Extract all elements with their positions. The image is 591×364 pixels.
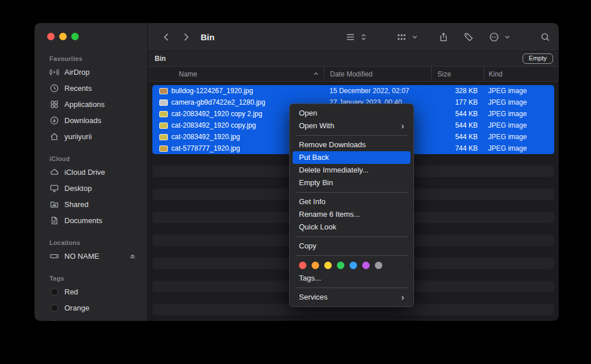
menu-item-open[interactable]: Open — [290, 107, 413, 120]
tags-icon[interactable] — [463, 31, 474, 43]
tag-color-grey-icon[interactable] — [375, 262, 382, 269]
file-kind: JPEG image — [483, 87, 554, 95]
view-sort-chevrons-icon[interactable] — [358, 31, 369, 43]
menu-item-open-with[interactable]: Open With › — [290, 120, 413, 132]
tag-color-orange-icon[interactable] — [312, 262, 319, 269]
menu-item-label: Open With — [299, 120, 334, 132]
file-size: 544 KB — [431, 110, 483, 118]
sidebar-item-shared[interactable]: Shared — [39, 196, 143, 212]
toolbar-actions — [344, 31, 551, 43]
sidebar-item-applications[interactable]: Applications — [39, 96, 143, 112]
sidebar-item-label: Red — [64, 288, 78, 296]
eject-icon[interactable] — [128, 252, 137, 260]
sidebar-item-label: Yellow — [64, 320, 86, 321]
sidebar-item-label: Orange — [64, 304, 89, 312]
menu-item-put-back[interactable]: Put Back — [293, 151, 410, 164]
airdrop-icon — [49, 67, 59, 77]
sidebar-section-locations: Locations — [34, 239, 147, 247]
sidebar-item-airdrop[interactable]: AirDrop — [39, 64, 143, 80]
sidebar-item-label: Downloads — [64, 116, 101, 125]
menu-item-remove-downloads[interactable]: Remove Downloads — [290, 139, 413, 151]
jpeg-thumbnail-icon — [159, 122, 168, 129]
sidebar-item-icloud-drive[interactable]: iCloud Drive — [39, 164, 143, 180]
menu-item-label: Services — [299, 291, 328, 304]
menu-item-empty-bin[interactable]: Empty Bin — [290, 177, 413, 189]
jpeg-thumbnail-icon — [159, 99, 168, 106]
menu-item-services[interactable]: Services › — [290, 291, 413, 304]
column-header-date-modified[interactable]: Date Modified — [324, 67, 431, 81]
column-header-name[interactable]: Name — [152, 67, 324, 81]
file-name: camera-gb9d7422e2_1280.jpg — [171, 98, 265, 106]
jpeg-thumbnail-icon — [159, 111, 168, 117]
cloud-icon — [49, 167, 59, 177]
file-kind: JPEG image — [483, 110, 554, 118]
menu-item-get-info[interactable]: Get Info — [290, 196, 413, 208]
sidebar-item-label: iCloud Drive — [64, 168, 105, 177]
sidebar-item-recents[interactable]: Recents — [39, 80, 143, 96]
group-chevron-down-icon[interactable] — [409, 31, 420, 43]
tag-color-red-icon[interactable] — [299, 262, 306, 269]
sidebar-item-label: Documents — [64, 216, 102, 225]
more-chevron-down-icon[interactable] — [501, 31, 513, 43]
column-header-size[interactable]: Size — [431, 67, 483, 81]
sidebar-item-home[interactable]: yuriiyurii — [39, 128, 143, 144]
menu-item-quick-look[interactable]: Quick Look — [290, 221, 413, 233]
file-name: cat-5778777_1920.jpg — [171, 144, 240, 152]
sidebar-item-desktop[interactable]: Desktop — [39, 180, 143, 196]
downloads-icon — [49, 116, 59, 125]
table-row[interactable]: bulldog-1224267_1920.jpg 15 December 202… — [152, 85, 554, 97]
column-header-name-label: Name — [179, 70, 197, 78]
sidebar-item-label: yuriiyurii — [64, 132, 92, 141]
sidebar-item-tag-yellow[interactable]: Yellow — [39, 316, 143, 321]
sidebar-item-label: AirDrop — [64, 68, 90, 76]
menu-item-delete-immediately[interactable]: Delete Immediately... — [290, 164, 413, 177]
file-size: 328 KB — [431, 87, 483, 95]
sidebar-item-tag-orange[interactable]: Orange — [39, 300, 143, 316]
share-icon[interactable] — [438, 31, 449, 43]
sidebar: Favourites AirDrop Recents Applications … — [34, 23, 148, 321]
file-name-cell: bulldog-1224267_1920.jpg — [152, 87, 324, 95]
back-icon[interactable] — [160, 31, 172, 43]
file-kind: JPEG image — [483, 133, 554, 141]
file-size: 744 KB — [431, 144, 483, 152]
file-size: 177 KB — [431, 98, 483, 106]
menu-separator — [296, 192, 408, 193]
tag-color-yellow-icon[interactable] — [324, 262, 332, 269]
tag-color-purple-icon[interactable] — [362, 262, 370, 269]
sidebar-item-label: Recents — [64, 84, 92, 93]
context-menu: Open Open With › Remove Downloads Put Ba… — [289, 104, 414, 307]
empty-row-stripe — [152, 315, 554, 321]
jpeg-thumbnail-icon — [159, 134, 168, 140]
sidebar-item-no-name-drive[interactable]: NO NAME — [39, 248, 143, 264]
menu-separator — [296, 236, 408, 237]
sidebar-item-tag-red[interactable]: Red — [39, 283, 143, 300]
minimize-button[interactable] — [59, 33, 67, 40]
menu-item-rename[interactable]: Rename 6 Items... — [290, 208, 413, 221]
tag-color-green-icon[interactable] — [337, 262, 344, 269]
file-name: cat-2083492_1920.jpg — [171, 133, 240, 141]
forward-icon[interactable] — [180, 31, 191, 43]
list-view-icon[interactable] — [344, 31, 356, 43]
file-kind: JPEG image — [483, 98, 554, 106]
jpeg-thumbnail-icon — [159, 88, 168, 94]
empty-button[interactable]: Empty — [523, 53, 553, 64]
sidebar-item-downloads[interactable]: Downloads — [39, 112, 143, 128]
submenu-arrow-icon: › — [401, 292, 404, 303]
close-button[interactable] — [47, 33, 55, 40]
file-name: cat-2083492_1920 copy 2.jpg — [171, 110, 262, 118]
sidebar-item-label: Shared — [64, 200, 89, 209]
column-headers: Name Date Modified Size Kind — [148, 67, 559, 82]
tag-color-blue-icon[interactable] — [350, 262, 357, 269]
more-options-icon[interactable] — [488, 31, 500, 43]
desktop-icon — [49, 183, 59, 193]
menu-item-tags[interactable]: Tags... — [290, 272, 413, 285]
zoom-button[interactable] — [71, 33, 79, 40]
search-icon[interactable] — [539, 31, 551, 43]
sidebar-item-documents[interactable]: Documents — [39, 212, 143, 228]
document-icon — [49, 216, 59, 225]
group-view-icon[interactable] — [396, 31, 407, 43]
menu-item-copy[interactable]: Copy — [290, 240, 413, 252]
column-header-kind[interactable]: Kind — [483, 67, 554, 81]
sidebar-item-label: NO NAME — [64, 252, 99, 260]
menu-separator — [296, 255, 408, 256]
